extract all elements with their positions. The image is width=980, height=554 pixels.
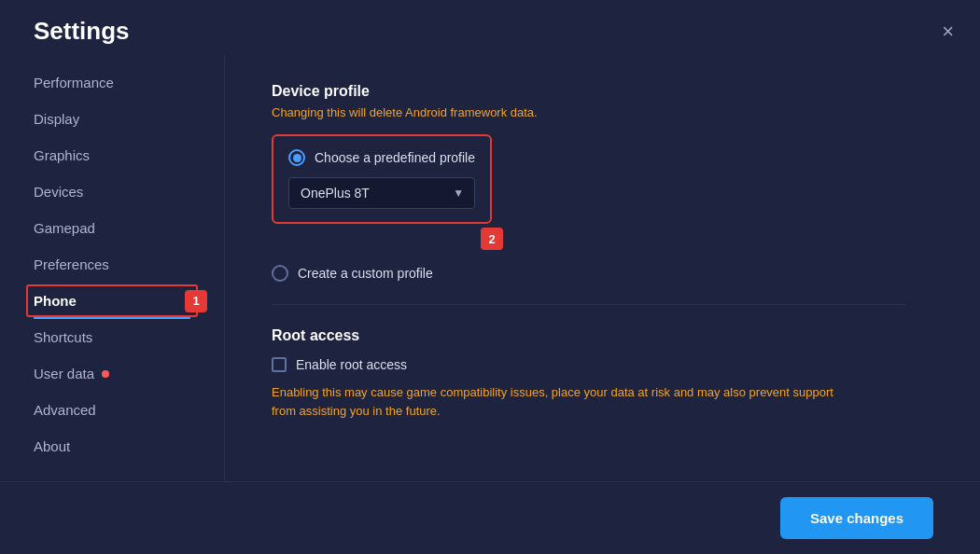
section-divider bbox=[272, 304, 906, 305]
sidebar-item-gamepad[interactable]: Gamepad bbox=[0, 210, 224, 246]
content-area: Device profile Changing this will delete… bbox=[224, 55, 980, 481]
root-access-checkbox-label: Enable root access bbox=[296, 357, 407, 372]
sidebar-item-label: Preferences bbox=[34, 256, 109, 272]
sidebar-item-label: Display bbox=[34, 111, 79, 127]
footer: Save changes bbox=[0, 481, 980, 554]
custom-profile-radio[interactable] bbox=[272, 265, 288, 282]
sidebar-item-devices[interactable]: Devices bbox=[0, 173, 224, 210]
root-access-checkbox-row: Enable root access bbox=[272, 357, 933, 372]
sidebar-item-user-data[interactable]: User data bbox=[0, 355, 224, 392]
sidebar-item-display[interactable]: Display bbox=[0, 101, 224, 137]
sidebar-item-label: Phone bbox=[34, 293, 77, 309]
custom-profile-label: Create a custom profile bbox=[298, 266, 433, 281]
sidebar-item-label: Performance bbox=[34, 75, 114, 90]
predefined-radio-row: Choose a predefined profile bbox=[288, 149, 475, 166]
sidebar-item-label: Advanced bbox=[34, 402, 96, 418]
sidebar-item-preferences[interactable]: Preferences bbox=[0, 246, 224, 283]
profile-dropdown[interactable]: OnePlus 8T Samsung Galaxy S21 Pixel 5 Cu… bbox=[288, 177, 475, 209]
sidebar-item-phone-wrapper: Phone 1 bbox=[0, 283, 224, 319]
custom-profile-row: Create a custom profile bbox=[272, 265, 933, 282]
annotation-badge-2: 2 bbox=[481, 228, 503, 250]
sidebar-item-label: Shortcuts bbox=[34, 329, 92, 345]
close-button[interactable]: × bbox=[938, 18, 958, 46]
device-profile-title: Device profile bbox=[272, 83, 933, 100]
profile-dropdown-wrapper: OnePlus 8T Samsung Galaxy S21 Pixel 5 Cu… bbox=[288, 177, 475, 209]
app-window: Settings × Performance Display Graphics … bbox=[0, 0, 980, 554]
predefined-radio-label: Choose a predefined profile bbox=[315, 150, 475, 165]
user-data-badge bbox=[102, 370, 109, 378]
root-access-warning: Enabling this may cause game compatibili… bbox=[272, 383, 850, 420]
sidebar-item-advanced[interactable]: Advanced bbox=[0, 392, 224, 428]
profile-box: Choose a predefined profile OnePlus 8T S… bbox=[272, 134, 492, 224]
save-changes-button[interactable]: Save changes bbox=[780, 497, 933, 539]
main-layout: Performance Display Graphics Devices Gam… bbox=[0, 55, 980, 481]
root-access-checkbox[interactable] bbox=[272, 357, 287, 372]
predefined-radio[interactable] bbox=[288, 149, 305, 166]
root-access-title: Root access bbox=[272, 327, 933, 344]
sidebar-item-label: Graphics bbox=[34, 147, 90, 163]
device-profile-warning: Changing this will delete Android framew… bbox=[272, 105, 933, 119]
root-access-section: Root access Enable root access Enabling … bbox=[272, 327, 933, 420]
title-bar: Settings × bbox=[0, 0, 980, 55]
page-title: Settings bbox=[34, 17, 130, 46]
sidebar-item-label: Devices bbox=[34, 184, 83, 200]
sidebar-item-performance[interactable]: Performance bbox=[0, 64, 224, 101]
profile-box-wrapper: Choose a predefined profile OnePlus 8T S… bbox=[272, 134, 492, 239]
sidebar-item-label: Gamepad bbox=[34, 220, 95, 236]
sidebar: Performance Display Graphics Devices Gam… bbox=[0, 55, 224, 481]
annotation-badge-1: 1 bbox=[185, 290, 207, 312]
sidebar-item-label: About bbox=[34, 438, 70, 454]
sidebar-item-shortcuts[interactable]: Shortcuts bbox=[0, 319, 224, 355]
device-profile-section: Device profile Changing this will delete… bbox=[272, 83, 933, 282]
sidebar-item-graphics[interactable]: Graphics bbox=[0, 137, 224, 173]
sidebar-item-label: User data bbox=[34, 366, 94, 381]
sidebar-item-about[interactable]: About bbox=[0, 428, 224, 464]
